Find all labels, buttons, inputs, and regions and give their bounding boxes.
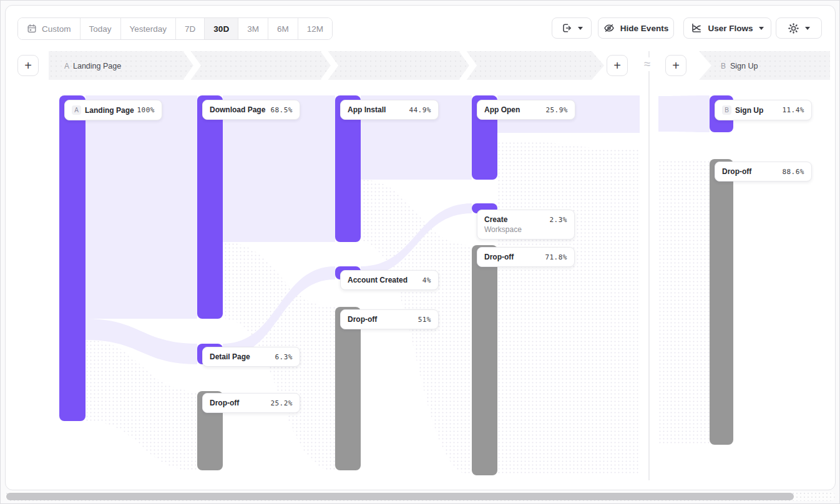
node-landing_page[interactable] [59, 95, 85, 421]
node-label: Drop-off [484, 253, 514, 261]
node-label: Landing Page [85, 106, 134, 115]
dropoff-flow-section_b_start-to-dropoff_88_6 [658, 159, 710, 444]
node-card-dropoff_25_2[interactable]: Drop-off25.2% [202, 393, 300, 413]
node-label-line2: Workspace [484, 225, 567, 234]
horizontal-scrollbar-thumb[interactable] [6, 493, 794, 500]
variant-badge: B [722, 105, 731, 115]
node-label: Create [484, 215, 507, 224]
node-card-app_open[interactable]: App Open25.9% [477, 100, 575, 120]
node-label: Download Page [210, 105, 265, 114]
node-label: Drop-off [210, 399, 239, 407]
node-dropoff_71_8[interactable] [472, 245, 497, 475]
horizontal-scrollbar-track[interactable] [5, 492, 835, 501]
node-card-sign_up[interactable]: BSign Up11.4% [715, 100, 812, 120]
node-label: Drop-off [722, 167, 751, 176]
sankey-chart [0, 0, 840, 504]
node-label: App Open [484, 105, 520, 114]
node-card-create_workspace[interactable]: Create2.3%Workspace [477, 210, 575, 240]
node-label: Detail Page [210, 352, 250, 361]
node-card-app_install[interactable]: App Install44.9% [340, 100, 439, 120]
node-pct: 25.9% [545, 106, 568, 114]
node-pct: 4% [422, 276, 431, 284]
node-card-account_created[interactable]: Account Created4% [340, 270, 439, 290]
node-dropoff_51[interactable] [335, 307, 361, 470]
node-pct: 11.4% [782, 106, 804, 114]
node-label: Sign Up [735, 106, 763, 115]
node-pct: 2.3% [550, 216, 568, 224]
user-flows-app: CustomTodayYesterday7D30D3M6M12M Hide Ev… [0, 0, 840, 504]
variant-badge: A [72, 105, 81, 115]
node-card-detail_page[interactable]: Detail Page6.3% [202, 347, 300, 367]
node-card-landing_page[interactable]: ALanding Page100% [64, 100, 162, 120]
node-download_page[interactable] [197, 95, 223, 319]
node-card-dropoff_51[interactable]: Drop-off51% [340, 309, 439, 329]
node-card-dropoff_88_6[interactable]: Drop-off88.6% [715, 162, 812, 182]
node-pct: 44.9% [409, 106, 431, 114]
node-label: Drop-off [348, 315, 377, 324]
node-pct: 71.8% [545, 253, 567, 261]
node-pct: 51% [418, 316, 431, 324]
flow-section_b_start-to-sign_up [658, 95, 710, 132]
dropoff-flow-app_open_rest-to-section_boundary [497, 140, 640, 474]
approx-symbol: ≈ [639, 57, 655, 71]
node-dropoff_88_6[interactable] [710, 159, 733, 445]
node-card-dropoff_71_8[interactable]: Drop-off71.8% [477, 247, 575, 267]
node-pct: 25.2% [270, 399, 293, 407]
node-pct: 100% [137, 106, 155, 114]
node-pct: 68.5% [270, 106, 293, 114]
node-card-download_page[interactable]: Download Page68.5% [202, 100, 300, 120]
flow-landing_page-to-download_page [85, 95, 197, 319]
node-label: Account Created [348, 276, 408, 284]
node-pct: 6.3% [275, 353, 293, 361]
node-pct: 88.6% [782, 168, 804, 176]
node-label: App Install [348, 105, 386, 114]
